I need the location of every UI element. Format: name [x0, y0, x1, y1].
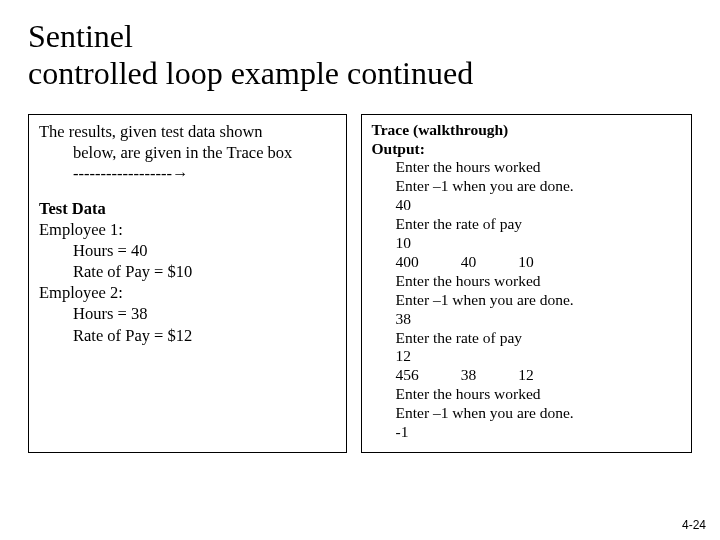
- title-line-2: controlled loop example continued: [28, 55, 473, 91]
- right-column-box: Trace (walkthrough) Output: Enter the ho…: [361, 114, 692, 453]
- test-data-heading: Test Data: [39, 198, 336, 219]
- trace-line: 40: [372, 196, 681, 215]
- dash-arrow-line: ------------------→: [39, 163, 336, 184]
- trace-line: Enter the hours worked: [372, 272, 681, 291]
- slide-title: Sentinel controlled loop example continu…: [28, 18, 692, 92]
- trace-line-triple: 4004010: [372, 253, 534, 272]
- employee-1-hours: Hours = 40: [39, 240, 336, 261]
- intro-line-1: The results, given test data shown: [39, 122, 263, 141]
- trace-val: 456: [396, 366, 419, 385]
- content-columns: The results, given test data shown below…: [28, 114, 692, 453]
- trace-val: 38: [461, 366, 477, 385]
- trace-line: Enter the rate of pay: [372, 329, 681, 348]
- trace-val: 10: [518, 253, 534, 272]
- employee-2-hours: Hours = 38: [39, 303, 336, 324]
- trace-heading: Trace (walkthrough): [372, 121, 681, 140]
- trace-val: 400: [396, 253, 419, 272]
- trace-line: 12: [372, 347, 681, 366]
- trace-line: -1: [372, 423, 681, 442]
- trace-line: Enter the rate of pay: [372, 215, 681, 234]
- employee-1-rate: Rate of Pay = $10: [39, 261, 336, 282]
- dashes: ------------------: [73, 164, 172, 183]
- test-data-block: Test Data Employee 1: Hours = 40 Rate of…: [39, 198, 336, 346]
- trace-line: Enter –1 when you are done.: [372, 177, 681, 196]
- trace-line: Enter –1 when you are done.: [372, 291, 681, 310]
- trace-line: 38: [372, 310, 681, 329]
- employee-2-rate: Rate of Pay = $12: [39, 325, 336, 346]
- arrow-icon: →: [172, 164, 189, 183]
- title-line-1: Sentinel: [28, 18, 133, 54]
- trace-line-triple: 4563812: [372, 366, 534, 385]
- output-heading: Output:: [372, 140, 681, 159]
- employee-2-label: Employee 2:: [39, 282, 336, 303]
- trace-val: 40: [461, 253, 477, 272]
- intro-paragraph: The results, given test data shown below…: [39, 121, 336, 184]
- trace-line: Enter the hours worked: [372, 158, 681, 177]
- employee-1-label: Employee 1:: [39, 219, 336, 240]
- page-number: 4-24: [682, 518, 706, 532]
- trace-line: 10: [372, 234, 681, 253]
- trace-line: Enter the hours worked: [372, 385, 681, 404]
- trace-val: 12: [518, 366, 534, 385]
- left-column-box: The results, given test data shown below…: [28, 114, 347, 453]
- trace-line: Enter –1 when you are done.: [372, 404, 681, 423]
- intro-line-2: below, are given in the Trace box: [39, 142, 336, 163]
